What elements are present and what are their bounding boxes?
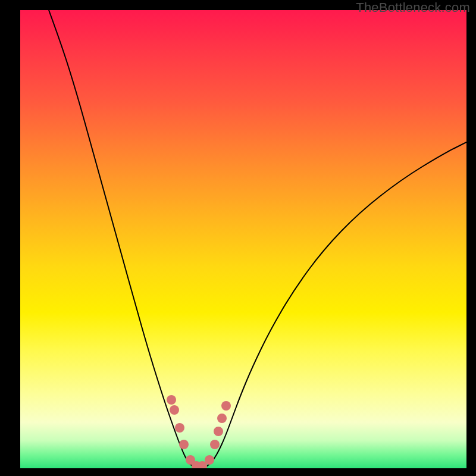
- chart-frame: TheBottleneck.com: [0, 0, 476, 476]
- curve-right-branch: [199, 142, 466, 468]
- data-dot: [170, 405, 179, 415]
- data-dots: [167, 395, 231, 468]
- chart-svg: [20, 10, 466, 468]
- data-dot: [205, 455, 214, 465]
- data-dot: [214, 427, 223, 436]
- data-dot: [217, 414, 227, 423]
- data-dot: [167, 395, 176, 405]
- data-dot: [210, 440, 220, 449]
- watermark-text: TheBottleneck.com: [356, 0, 470, 15]
- data-dot: [175, 423, 184, 433]
- data-dot: [179, 440, 189, 449]
- plot-area: [20, 10, 466, 468]
- data-dot: [221, 401, 231, 411]
- curve-left-branch: [49, 10, 199, 468]
